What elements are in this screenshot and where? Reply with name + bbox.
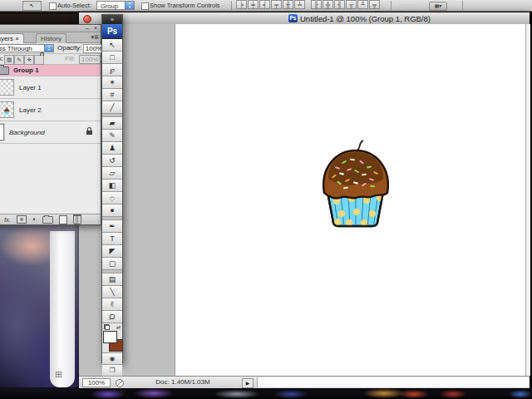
align-button-10[interactable]: ╨: [357, 0, 368, 9]
brush-tool-icon: ✎: [109, 132, 116, 140]
align-button-4[interactable]: ╫: [283, 0, 293, 9]
palette-collapse-header[interactable]: »: [102, 15, 122, 24]
path-selection-tool[interactable]: ◤: [102, 245, 122, 258]
magic-wand-tool[interactable]: ✶: [102, 76, 122, 89]
horizontal-scrollbar[interactable]: [257, 377, 530, 387]
color-swatches: [102, 331, 122, 352]
zoom-tool[interactable]: Ϙ: [102, 311, 122, 323]
layer-mask-button[interactable]: [17, 215, 27, 224]
zoom-level-field[interactable]: 100%: [82, 378, 111, 387]
panel-bottom-bar: fx. ◐: [0, 214, 101, 224]
pen-tool[interactable]: ✒: [102, 220, 122, 233]
clone-stamp-tool-icon: ♟: [109, 145, 116, 152]
gradient-tool[interactable]: ◧: [102, 180, 122, 192]
layer-style-fx-button[interactable]: fx.: [4, 216, 11, 224]
shape-tool-icon: ▢: [109, 260, 116, 268]
swap-colors-icon[interactable]: ⇄: [116, 324, 121, 330]
status-menu-button[interactable]: ▶: [242, 378, 254, 388]
layer-thumbnail[interactable]: [0, 124, 4, 140]
blend-stepper-icon[interactable]: ▲▼: [44, 45, 53, 52]
desktop-gap-left: [0, 14, 79, 24]
align-button-1[interactable]: ╪: [248, 0, 259, 9]
document-title: Untitled-1 @ 100% (Group 1, RGB/8): [300, 14, 431, 23]
eyedropper-tool[interactable]: ╲: [102, 286, 122, 298]
shape-tool[interactable]: ▢: [102, 258, 122, 270]
align-button-8[interactable]: ╢: [334, 0, 345, 9]
cupcake-thumbnail-speck: [4, 107, 9, 114]
new-group-button[interactable]: [42, 216, 53, 224]
align-button-2[interactable]: ╡: [259, 0, 270, 9]
dropdown-stepper-icon[interactable]: ▲▼: [125, 2, 134, 9]
delete-layer-button[interactable]: [73, 214, 81, 224]
workspace-button[interactable]: ▦▾: [429, 2, 447, 11]
lock-label: Lock:: [0, 54, 3, 64]
eraser-tool[interactable]: ▱: [102, 167, 122, 180]
layer-row-group-1[interactable]: ▼Group 1: [0, 65, 101, 76]
layer-row-layer-1[interactable]: Layer 1: [0, 76, 101, 99]
lock-icon: [86, 131, 92, 135]
blend-mode-dropdown[interactable]: Pass Through ▲▼: [0, 44, 54, 52]
align-button-5[interactable]: ╧: [294, 0, 305, 9]
tab-layers[interactable]: Layers ×: [0, 33, 24, 43]
foreground-color-swatch[interactable]: [103, 331, 117, 343]
layer-row-background[interactable]: Background: [0, 121, 101, 144]
blend-mode-row: Pass Through ▲▼ Opacity: 100% ▶: [0, 43, 101, 54]
auto-select-dropdown[interactable]: Group ▲▼: [96, 1, 135, 10]
move-tool[interactable]: ↖: [102, 39, 122, 52]
layer-row-layer-2[interactable]: Layer 2: [0, 99, 101, 121]
vertical-scrollbar[interactable]: [525, 24, 530, 376]
lock-pixels-button[interactable]: ✎: [14, 55, 24, 65]
lock-row: Lock: ▨ ✎ ✛ Fill: 100% ▶: [0, 54, 101, 65]
notes-tool[interactable]: ▤: [102, 273, 122, 286]
dock-strip[interactable]: [0, 387, 532, 399]
hand-tool[interactable]: ✌: [102, 298, 122, 311]
align-button-0[interactable]: ╞: [236, 0, 247, 9]
layer-name: Layer 1: [19, 84, 42, 91]
adjustment-layer-button[interactable]: ◐: [32, 216, 37, 223]
align-button-11[interactable]: ╦: [369, 0, 380, 9]
lock-transparency-button[interactable]: ▨: [4, 55, 14, 65]
blur-tool[interactable]: ♤: [102, 192, 122, 204]
document-titlebar[interactable]: Ps Untitled-1 @ 100% (Group 1, RGB/8): [79, 12, 530, 25]
clone-stamp-tool[interactable]: ♟: [102, 142, 122, 155]
default-colors-icon[interactable]: [104, 324, 110, 330]
pen-tool-icon: ✒: [109, 223, 116, 230]
layer-list-empty-area: [0, 144, 101, 221]
ps-document-icon: Ps: [288, 14, 298, 22]
move-tool-icon: ↖: [109, 42, 116, 49]
panel-titlebar[interactable]: – ×: [0, 25, 101, 32]
crop-tool[interactable]: #: [102, 89, 122, 101]
align-button-9[interactable]: ╥: [346, 0, 357, 9]
align-button-3[interactable]: ╤: [271, 0, 282, 9]
quick-mask-button[interactable]: ◉: [102, 352, 122, 365]
layers-panel: – × Layers × History ▾≣ Pass Through ▲▼ …: [0, 24, 101, 225]
auto-select-checkbox[interactable]: [49, 2, 57, 10]
tab-close-icon[interactable]: ×: [15, 35, 19, 42]
show-transform-label: Show Transform Controls: [150, 0, 220, 11]
blend-mode-value: Pass Through: [0, 45, 32, 52]
panel-menu-icon[interactable]: ▾≣: [91, 34, 99, 41]
align-button-7[interactable]: ╬: [323, 0, 333, 9]
brush-tool[interactable]: ✎: [102, 130, 122, 142]
dodge-tool[interactable]: ●: [102, 204, 122, 217]
panel-minimize-button[interactable]: –: [86, 25, 89, 32]
dodge-tool-icon: ●: [110, 207, 114, 214]
lock-all-button[interactable]: [34, 55, 44, 65]
new-layer-button[interactable]: [59, 215, 67, 224]
show-transform-checkbox[interactable]: [141, 2, 149, 10]
rectangular-marquee-tool[interactable]: □: [102, 52, 122, 64]
slice-tool[interactable]: ╱: [102, 101, 122, 114]
lasso-tool[interactable]: ℘: [102, 64, 122, 76]
type-tool[interactable]: T: [102, 233, 122, 245]
layer-thumbnail[interactable]: [0, 79, 14, 96]
align-button-6[interactable]: ╟: [311, 0, 322, 9]
history-brush-tool[interactable]: ↺: [102, 155, 122, 167]
lock-position-button[interactable]: ✛: [24, 55, 34, 65]
panel-close-button[interactable]: ×: [94, 25, 97, 32]
spot-healing-brush-tool[interactable]: ▰: [102, 117, 122, 130]
tab-history[interactable]: History: [36, 33, 66, 43]
options-separator: [462, 1, 463, 10]
close-button[interactable]: [83, 15, 91, 23]
layer-thumbnail[interactable]: [0, 101, 14, 118]
screen-mode-button[interactable]: ❐: [102, 365, 122, 377]
